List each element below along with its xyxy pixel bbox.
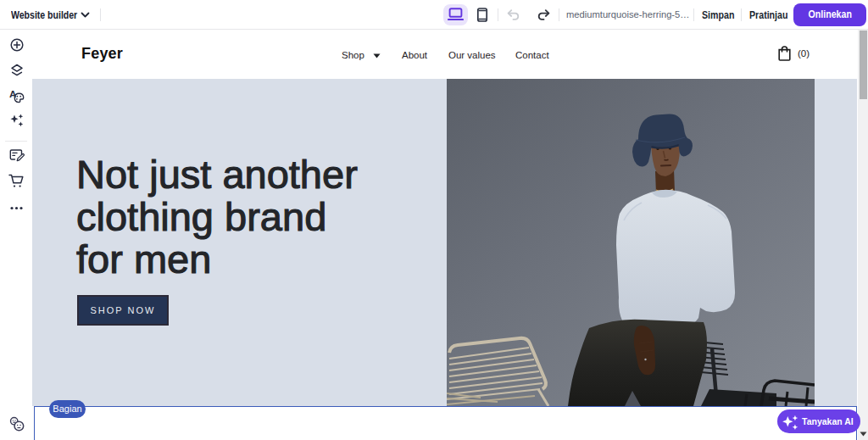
svg-text:A: A [9, 89, 16, 99]
